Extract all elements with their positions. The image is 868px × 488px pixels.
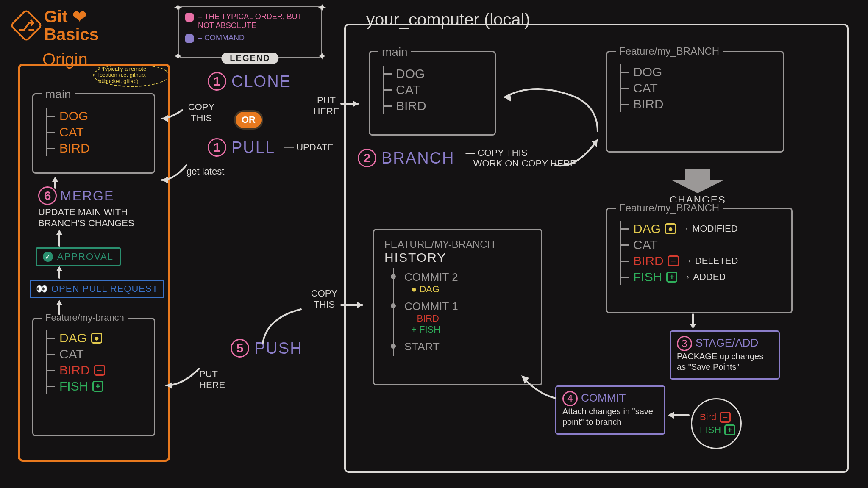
- title-line-2: Basics: [44, 25, 99, 44]
- origin-feature-repo: Feature/my-branch DAG●CATBIRD−FISH+: [32, 318, 155, 436]
- push-copythis-label: COPY THIS: [305, 288, 343, 311]
- legend-swatch-command: [185, 34, 194, 43]
- flourish-icon: ✦: [317, 1, 327, 14]
- svg-marker-0: [672, 169, 723, 193]
- commit-change: + FISH: [411, 324, 531, 335]
- file-state-note: → DELETED: [683, 255, 738, 266]
- pull-update-label: — UPDATE: [284, 142, 334, 153]
- pull-command: PULL: [231, 139, 275, 157]
- merge-command: MERGE: [60, 188, 114, 204]
- branch-command: BRANCH: [381, 149, 454, 167]
- step-number: 3: [677, 336, 692, 351]
- repo-title: main: [378, 45, 411, 59]
- approval-text: APPROVAL: [57, 251, 114, 262]
- stage-box: 3 STAGE/ADD PACKAGE up changes as "Save …: [670, 330, 780, 380]
- repo-title: Feature/my_BRANCH: [616, 202, 723, 214]
- commit-item: COMMIT 2● DAG: [394, 268, 531, 297]
- clone-copy-label: COPY THIS: [182, 102, 220, 124]
- check-icon: ✓: [43, 252, 53, 262]
- pull-getlatest-label: get latest: [186, 166, 229, 177]
- file-item: DOG: [384, 66, 486, 82]
- origin-main-repo: main DOG CAT BIRD: [32, 93, 155, 174]
- branch-step: 2 BRANCH — COPY THIS WORK ON COPY HERE: [353, 146, 581, 171]
- commit-item: COMMIT 1- BIRD+ FISH: [394, 297, 531, 338]
- clone-put-label: PUT HERE: [309, 95, 343, 117]
- file-item: CAT: [47, 346, 145, 362]
- stage-desc: PACKAGE up changes as "Save Points": [677, 351, 773, 372]
- commit-item: START: [394, 338, 531, 356]
- pull-request-badge: 👀 OPEN PULL REQUEST: [30, 280, 164, 298]
- pull-step: 1 PULL — UPDATE: [208, 138, 334, 157]
- del-icon: −: [668, 255, 679, 266]
- pr-text: OPEN PULL REQUEST: [51, 283, 158, 294]
- file-item: BIRD: [384, 98, 486, 114]
- stage-command: STAGE/ADD: [696, 336, 758, 349]
- legend-box: ✦ ✦ ✦ ✦ – THE TYPICAL ORDER, BUT NOT ABS…: [178, 6, 322, 58]
- commit-desc: Attach changes in "save point" to branch: [562, 406, 658, 427]
- heart-icon: ❤: [72, 7, 87, 26]
- push-command: PUSH: [254, 339, 303, 358]
- history-subtitle: HISTORY: [384, 250, 531, 265]
- file-item: CAT: [384, 82, 486, 98]
- del-icon: −: [94, 365, 105, 376]
- merge-desc: UPDATE MAIN WITH BRANCH'S CHANGES: [38, 207, 148, 229]
- repo-title: Feature/my-branch: [42, 312, 128, 323]
- file-item: BIRD: [47, 140, 145, 156]
- repo-title: main: [42, 88, 75, 101]
- step-number: 1: [208, 72, 226, 91]
- savepoint-circle: Bird − FISH +: [691, 398, 742, 449]
- branch-desc: — COPY THIS WORK ON COPY HERE: [465, 147, 576, 169]
- title-line-1: Git: [44, 7, 68, 26]
- commit-box: 4 COMMIT Attach changes in "save point" …: [555, 385, 665, 435]
- file-item: BIRD−: [47, 362, 145, 378]
- flourish-icon: ✦: [317, 50, 327, 63]
- push-puthere-label: PUT HERE: [199, 369, 237, 391]
- file-item: DAG● → MODIFIED: [621, 221, 783, 237]
- file-item: CAT: [621, 80, 774, 96]
- push-step: 5 PUSH: [231, 339, 303, 358]
- file-state-note: → MODIFIED: [680, 223, 738, 234]
- commit-command: COMMIT: [581, 391, 626, 405]
- minus-icon: −: [720, 412, 731, 423]
- step-number: 6: [38, 186, 57, 205]
- add-icon: +: [666, 272, 677, 283]
- page-title: ⎇ Git ❤ Basics: [14, 8, 99, 43]
- savepoint-item: FISH +: [700, 424, 735, 435]
- changes-arrow-block: CHANGES: [670, 169, 726, 206]
- history-box: FEATURE/MY-BRANCH HISTORY COMMIT 2● DAGC…: [373, 229, 542, 385]
- file-item: BIRD− → DELETED: [621, 253, 783, 269]
- mod-icon: ●: [665, 223, 676, 234]
- legend-tag: LEGEND: [221, 53, 278, 64]
- repo-title: Feature/my_BRANCH: [616, 45, 723, 57]
- history-title: FEATURE/MY-BRANCH: [384, 238, 531, 250]
- file-state-note: → ADDED: [682, 272, 726, 283]
- flourish-icon: ✦: [173, 50, 183, 63]
- step-number: 4: [562, 391, 578, 406]
- or-badge: OR: [236, 112, 262, 128]
- plus-icon: +: [724, 424, 735, 435]
- approval-badge: ✓ APPROVAL: [36, 247, 121, 266]
- legend-order-text: – THE TYPICAL ORDER, BUT NOT ABSOLUTE: [198, 12, 315, 30]
- local-feature-clean: Feature/my_BRANCH DOG CAT BIRD: [606, 51, 784, 152]
- clone-step: 1 CLONE: [208, 72, 291, 91]
- local-feature-changed: Feature/my_BRANCH DAG● → MODIFIEDCATBIRD…: [606, 208, 793, 313]
- add-icon: +: [92, 381, 103, 392]
- flourish-icon: ✦: [173, 1, 183, 14]
- commit-change: ● DAG: [411, 284, 531, 295]
- file-item: FISH+ → ADDED: [621, 269, 783, 285]
- legend-swatch-order: [185, 13, 194, 22]
- step-number: 1: [208, 138, 226, 157]
- file-item: DOG: [47, 108, 145, 124]
- commit-change: - BIRD: [411, 313, 531, 324]
- clone-command: CLONE: [231, 72, 291, 91]
- savepoint-item: Bird −: [700, 412, 731, 423]
- mod-icon: ●: [91, 333, 102, 344]
- file-item: CAT: [621, 237, 783, 253]
- file-item: DOG: [621, 64, 774, 80]
- step-number: 2: [358, 149, 376, 167]
- git-logo-icon: ⎇: [9, 8, 43, 42]
- file-item: FISH+: [47, 378, 145, 394]
- file-item: BIRD: [621, 96, 774, 112]
- local-main-repo: main DOG CAT BIRD: [369, 51, 496, 136]
- down-arrow-icon: [672, 169, 723, 193]
